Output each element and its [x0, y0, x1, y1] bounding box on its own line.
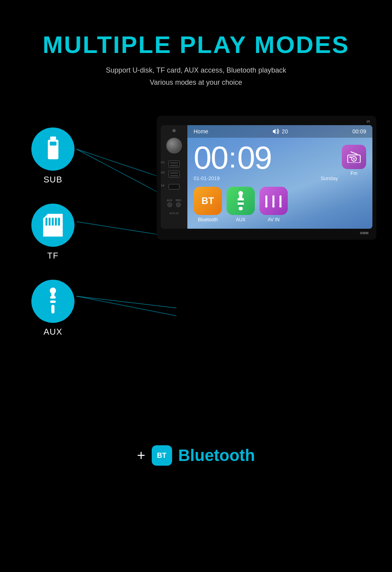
- aux-res-row: AUX RES: [167, 199, 181, 207]
- aux-button-label: AUX: [167, 199, 172, 202]
- content-area: SUB TF: [0, 116, 392, 410]
- avin-app-label: AV IN: [268, 217, 279, 222]
- usb-slot-inner-2: [170, 165, 178, 166]
- svg-rect-15: [51, 293, 54, 296]
- clock-hours: 00: [194, 142, 228, 174]
- svg-rect-20: [51, 305, 54, 313]
- svg-point-14: [50, 288, 56, 294]
- volume-value: 20: [282, 128, 288, 135]
- fm-icon-group: Fm: [342, 145, 366, 176]
- svg-rect-30: [239, 205, 243, 207]
- svg-rect-29: [238, 202, 244, 205]
- volume-display: 20: [273, 128, 288, 135]
- sub-icon-item: SUB: [31, 128, 74, 185]
- apps-row: BT Bluetooth: [187, 181, 372, 229]
- tf-icon-circle: [31, 204, 74, 247]
- clock-colon: :: [229, 144, 236, 172]
- svg-rect-34: [279, 195, 281, 206]
- aux-jack-icon: [47, 288, 59, 315]
- svg-rect-12: [55, 218, 57, 226]
- main-title: MULTIPLE PLAY MODES: [0, 31, 392, 58]
- svg-rect-8: [50, 142, 56, 146]
- swm-label: SWM: [360, 231, 368, 235]
- header-section: MULTIPLE PLAY MODES Support U-disk, TF c…: [0, 0, 392, 104]
- status-bar: Home 20 00:09: [187, 125, 372, 138]
- sd-card-icon: [43, 214, 63, 237]
- avin-app-item: AV IN: [260, 187, 288, 222]
- home-label: Home: [194, 128, 208, 135]
- fm-app-icon[interactable]: [342, 145, 366, 169]
- svg-rect-13: [58, 218, 60, 226]
- avin-app-svg: [265, 194, 283, 208]
- clock-area: 00 : 09 01-01-2019 Sunday: [194, 142, 338, 181]
- device-wrapper: IR U1: [157, 116, 376, 240]
- tf-icon-item: TF: [31, 204, 74, 261]
- subtitle: Support U-disk, TF card, AUX access, Blu…: [0, 64, 392, 88]
- aux-app-svg: [234, 191, 248, 211]
- bt-app-item: BT Bluetooth: [194, 187, 222, 222]
- u1-label: U1: [161, 160, 165, 164]
- aux-button-group: AUX: [167, 199, 172, 207]
- clock-minutes: 09: [237, 142, 271, 174]
- clock-fm-row: 00 : 09 01-01-2019 Sunday: [187, 138, 372, 181]
- res-button[interactable]: [176, 202, 181, 207]
- svg-rect-24: [349, 157, 352, 158]
- screen-day: Sunday: [321, 175, 338, 181]
- usb-slot-2: [169, 171, 180, 178]
- svg-line-4: [76, 296, 176, 316]
- bt-app-label: Bluetooth: [198, 217, 218, 222]
- svg-rect-26: [239, 195, 242, 198]
- svg-point-36: [272, 205, 275, 208]
- device-container: IR U1: [157, 116, 376, 240]
- svg-point-23: [353, 158, 355, 160]
- subtitle-line2: Various modes at your choice: [150, 78, 242, 86]
- usb-drive-icon: [42, 137, 64, 162]
- usb-ports: U1 U2: [169, 160, 180, 178]
- svg-rect-10: [49, 218, 51, 226]
- bt-icon-text: BT: [201, 195, 214, 206]
- date-row: 01-01-2019 Sunday: [194, 175, 338, 181]
- aux-app-label: AUX: [236, 217, 246, 222]
- aux-app-icon[interactable]: [227, 187, 255, 215]
- ir-label: IR: [367, 120, 370, 124]
- bt-app-icon[interactable]: BT: [194, 187, 222, 215]
- plus-sign: +: [137, 447, 145, 464]
- aux-label: AUX: [44, 327, 62, 337]
- svg-rect-16: [50, 296, 56, 299]
- device-bottom: SWM: [161, 229, 372, 236]
- ir-sensor: [172, 129, 176, 132]
- clock-digits-row: 00 : 09: [194, 142, 338, 174]
- aux-m-label: AUX-M: [170, 212, 179, 215]
- sub-icon-circle: [31, 128, 74, 171]
- device-left-panel: U1 U2: [161, 125, 187, 229]
- aux-button[interactable]: [167, 202, 172, 207]
- usb-port-1: U1: [169, 160, 180, 168]
- svg-point-35: [265, 205, 268, 208]
- usb-port-2: U2: [169, 171, 180, 178]
- radio-icon: [347, 151, 361, 163]
- aux-icon-item: AUX: [31, 280, 74, 337]
- speaker-icon: [273, 129, 280, 134]
- usb-slot-inner-3: [170, 172, 178, 174]
- aux-app-item: AUX: [227, 187, 255, 222]
- volume-knob[interactable]: [166, 138, 182, 153]
- svg-rect-33: [272, 195, 274, 206]
- aux-icon-circle: [31, 280, 74, 323]
- svg-rect-18: [50, 301, 56, 303]
- usb-slot-inner-4: [170, 175, 178, 177]
- svg-point-37: [279, 205, 282, 208]
- u2-label: U2: [161, 171, 165, 174]
- usb-slot-1: [169, 160, 180, 168]
- screen-time: 00:09: [352, 128, 366, 135]
- bluetooth-label: Bluetooth: [178, 446, 255, 465]
- fm-label: Fm: [350, 171, 357, 176]
- svg-rect-27: [238, 198, 244, 200]
- tf-slot-container: TF: [169, 184, 180, 189]
- res-button-group: RES: [176, 199, 181, 207]
- svg-rect-11: [52, 218, 54, 226]
- svg-line-3: [76, 296, 176, 308]
- svg-rect-32: [265, 195, 267, 206]
- svg-rect-9: [45, 218, 47, 226]
- tf-label: TF: [47, 251, 59, 261]
- avin-app-icon[interactable]: [260, 187, 288, 215]
